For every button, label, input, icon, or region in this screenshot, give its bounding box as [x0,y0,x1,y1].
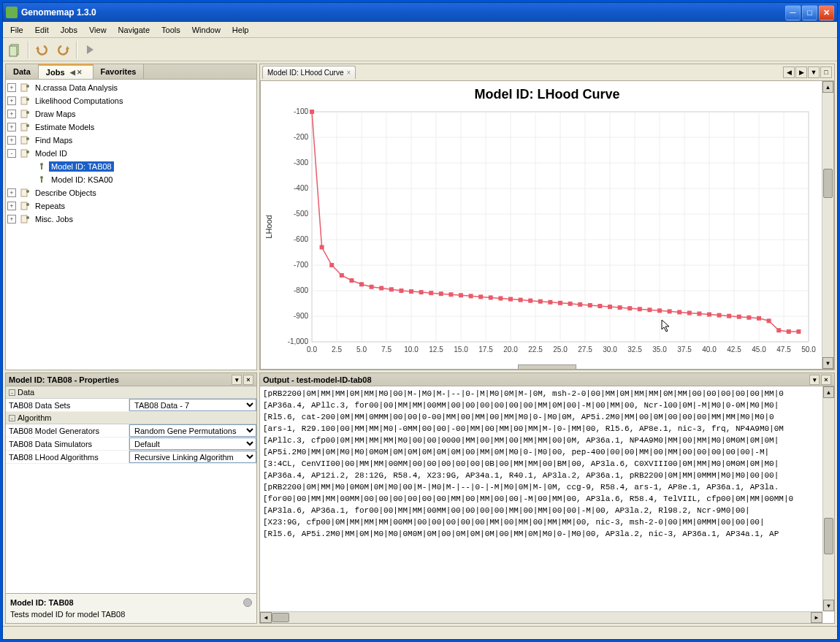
jobs-tree[interactable]: +N.crassa Data Analysis+Likelihood Compu… [6,80,256,370]
svg-rect-109 [528,299,532,303]
menu-navigate[interactable]: Navigate [112,23,156,37]
close-chart-tab-icon[interactable]: × [347,69,351,77]
titlebar[interactable]: Genomemap 1.3.0 ─ □ ✕ [3,3,837,22]
group-algorithm[interactable]: -Algorithm [6,412,256,424]
scroll-right-icon[interactable]: ▶ [811,612,822,623]
tree-item[interactable]: +Misc. Jobs [7,213,255,226]
tree-toggle-icon[interactable]: + [7,96,16,105]
tree-item[interactable]: +Repeats [7,199,255,213]
prop-datasim-select[interactable]: Default [129,437,256,450]
close-button[interactable]: ✕ [819,5,834,20]
svg-rect-101 [448,292,453,297]
properties-title: Model ID: TAB08 - Properties [9,375,119,384]
tree-item[interactable]: -Model ID [7,147,255,160]
run-icon[interactable] [79,40,101,59]
svg-rect-96 [399,288,403,293]
menu-edit[interactable]: Edit [29,23,55,37]
svg-rect-117 [608,305,612,309]
maximize-chart-icon[interactable]: □ [820,66,832,78]
svg-text:-1,000: -1,000 [288,337,309,345]
new-file-icon[interactable] [4,40,26,59]
menu-view[interactable]: View [83,23,112,37]
svg-rect-102 [459,293,463,297]
prop-lhood-select[interactable]: Recursive Linking Algorithm [129,451,256,463]
menu-file[interactable]: File [4,23,29,37]
svg-rect-99 [429,291,433,295]
output-horizontal-scrollbar[interactable]: ◀ ▶ [260,611,822,623]
tree-item[interactable]: +Draw Maps [7,107,255,121]
undo-icon[interactable] [31,40,53,59]
tree-label: Likelihood Computations [33,96,125,106]
tree-item[interactable]: +Estimate Models [7,121,255,134]
properties-options-icon[interactable]: ▾ [232,375,242,385]
output-body[interactable]: [pRB2200|0M|MM|MM|0M|MM|M0|00|M-|M0|M-|-… [260,386,834,623]
chart-area[interactable]: Model ID: LHood Curve -100-200-300-400-5… [260,80,834,370]
svg-rect-105 [489,295,493,299]
app-icon [6,7,18,18]
properties-footer-desc: Tests model ID for model TAB08 [10,610,252,619]
tree-item[interactable]: +Likelihood Computations [7,94,255,107]
prop-datasets-key: TAB08 Data Sets [6,401,129,410]
properties-close-icon[interactable]: × [243,375,253,385]
output-vertical-scrollbar[interactable]: ▲ ▼ [822,386,834,611]
close-tab-icon[interactable]: ✕ [77,69,83,76]
svg-text:-800: -800 [294,286,308,294]
dropdown-chart-icon[interactable]: ▼ [808,66,820,78]
prev-chart-icon[interactable]: ◀ [783,66,795,78]
tab-data[interactable]: Data [6,64,39,79]
menu-help[interactable]: Help [226,23,255,37]
scroll-thumb[interactable] [823,169,833,198]
tree-toggle-icon[interactable]: + [7,110,16,118]
menu-tools[interactable]: Tools [156,23,186,37]
svg-text:30.0: 30.0 [603,345,617,354]
tree-toggle-icon[interactable]: + [7,215,16,223]
output-options-icon[interactable]: ▾ [809,375,820,385]
group-data[interactable]: -Data [6,386,256,399]
output-panel: Output - test-model-ID-tab08 ▾ × [pRB220… [259,372,835,624]
chart-vertical-scrollbar[interactable]: ▲ ▼ [822,81,833,369]
tab-jobs[interactable]: Jobs ◀✕ [39,64,93,79]
chart-tab[interactable]: Model ID: LHood Curve × [262,66,356,79]
svg-rect-93 [370,285,374,289]
output-close-icon[interactable]: × [821,375,831,385]
tree-toggle-icon[interactable]: + [7,188,16,197]
scroll-down-icon[interactable]: ▼ [822,357,833,369]
menubar: File Edit Jobs View Navigate Tools Windo… [3,22,837,38]
next-chart-icon[interactable]: ▶ [795,66,807,78]
scroll-thumb[interactable] [272,613,289,622]
scroll-down-icon[interactable]: ▼ [823,600,834,611]
svg-rect-15 [41,166,42,169]
svg-text:-100: -100 [294,108,308,115]
minimize-button[interactable]: ─ [785,5,801,20]
scroll-left-icon[interactable]: ◀ [70,69,75,76]
prop-datasets-select[interactable]: TAB08 Data - 7 [129,399,256,411]
svg-text:0.0: 0.0 [307,345,317,354]
tree-toggle-icon[interactable]: - [7,149,16,158]
tree-item[interactable]: +Find Maps [7,134,255,147]
output-text: [pRB2200|0M|MM|MM|0M|MM|M0|00|M-|M0|M-|-… [260,386,834,541]
menu-window[interactable]: Window [186,23,226,37]
scroll-up-icon[interactable]: ▲ [822,81,833,93]
tree-toggle-icon[interactable]: + [7,123,16,131]
redo-icon[interactable] [53,40,75,59]
scroll-up-icon[interactable]: ▲ [823,386,834,398]
svg-text:25.0: 25.0 [553,345,568,354]
scroll-thumb[interactable] [824,518,833,554]
prop-modelgen-select[interactable]: Random Gene Permutations [129,424,256,437]
tree-item[interactable]: Model ID: KSA00 [7,173,255,186]
svg-rect-115 [588,303,592,307]
svg-rect-127 [707,313,711,317]
tree-toggle-icon[interactable]: + [7,202,16,210]
tree-item[interactable]: Model ID: TAB08 [7,160,255,173]
tree-toggle-icon[interactable]: + [7,83,16,92]
scroll-left-icon[interactable]: ◀ [260,612,272,623]
splitter-handle[interactable] [518,364,576,369]
tree-toggle-icon[interactable]: + [7,136,16,145]
tree-item[interactable]: +N.crassa Data Analysis [7,81,255,94]
svg-text:7.5: 7.5 [381,345,392,354]
tree-item[interactable]: +Describe Objects [7,186,255,199]
svg-rect-114 [578,302,582,307]
tab-favorites[interactable]: Favorites [93,64,145,79]
maximize-button[interactable]: □ [802,5,817,20]
menu-jobs[interactable]: Jobs [55,23,83,37]
